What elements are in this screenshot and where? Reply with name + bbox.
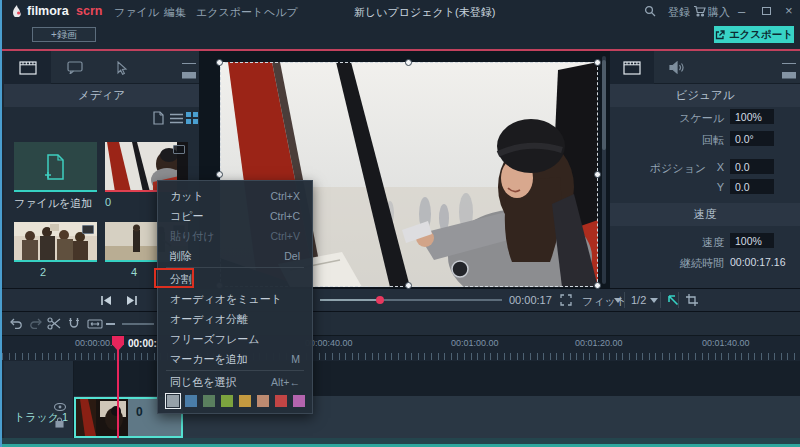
playhead-line[interactable]	[117, 336, 119, 438]
context-menu-item-detach-audio[interactable]: オーディオ分離	[158, 309, 312, 329]
position-label: ポジション	[630, 161, 706, 176]
tab-audio-properties[interactable]	[654, 51, 698, 84]
crop-icon[interactable]	[686, 294, 698, 306]
cart-icon[interactable]	[693, 5, 706, 17]
menu-export[interactable]: エクスポート	[196, 5, 263, 20]
ruler-label: 00:01:40.00	[702, 338, 750, 348]
split-scissors-icon[interactable]	[47, 317, 61, 330]
selection-handle[interactable]	[405, 59, 412, 66]
clip-badge-icon	[82, 225, 94, 234]
tab-cursor[interactable]	[98, 51, 145, 84]
seek-handle[interactable]	[376, 296, 384, 304]
menu-file[interactable]: ファイル	[114, 5, 159, 20]
selection-handle[interactable]	[216, 59, 223, 66]
context-menu-item-delete[interactable]: 削除 Del	[158, 246, 312, 266]
speed-input[interactable]: 100%	[730, 233, 774, 248]
menu-item-label: 貼り付け	[170, 229, 215, 244]
previous-frame-icon[interactable]	[100, 295, 112, 306]
properties-menu-icon[interactable]	[782, 63, 796, 72]
color-swatch-blue[interactable]	[185, 395, 197, 407]
media-menu-icon[interactable]	[182, 63, 196, 72]
media-panel-tabs	[4, 51, 199, 84]
selection-handle[interactable]	[594, 282, 601, 289]
search-icon[interactable]	[644, 5, 656, 17]
color-swatch-green[interactable]	[203, 395, 215, 407]
duration-value: 00:00:17.16	[730, 256, 785, 268]
register-button[interactable]: 登録	[668, 5, 690, 20]
seek-bar-progress	[320, 299, 380, 301]
record-button[interactable]: +録画	[32, 27, 96, 42]
add-file-underline	[14, 190, 97, 192]
close-button[interactable]: ×	[785, 3, 793, 18]
rotation-input[interactable]: 0.0°	[730, 131, 774, 146]
export-button[interactable]: エクスポート	[714, 26, 794, 43]
menu-item-shortcut: Ctrl+X	[271, 190, 300, 202]
maximize-button[interactable]	[762, 7, 771, 15]
color-swatch-gold[interactable]	[239, 395, 251, 407]
rotation-label: 回転	[642, 133, 724, 148]
add-file-tile[interactable]	[14, 142, 97, 192]
selection-handle[interactable]	[216, 171, 223, 178]
import-media-icon[interactable]	[152, 111, 165, 125]
timeline-zoom-slider[interactable]	[122, 323, 154, 325]
fit-dropdown-arrow-icon[interactable]	[614, 298, 622, 303]
tab-annotation[interactable]	[51, 51, 98, 84]
context-menu-item-mute-audio[interactable]: オーディオをミュート	[158, 289, 312, 309]
track-visibility-eye-icon[interactable]	[54, 403, 66, 411]
menu-item-shortcut: Ctrl+C	[270, 210, 300, 222]
menu-help[interactable]: ヘルプ	[264, 5, 298, 20]
menu-edit[interactable]: 編集	[164, 5, 186, 20]
media-item-2-underline	[14, 260, 97, 262]
preview-scrollbar-thumb[interactable]	[602, 60, 606, 150]
color-swatch-red[interactable]	[275, 395, 287, 407]
tab-media[interactable]	[4, 51, 51, 84]
speed-header-label: 速度	[694, 207, 717, 222]
media-item-2-label: 2	[40, 266, 46, 278]
fullscreen-icon[interactable]	[560, 294, 572, 306]
context-menu-item-add-marker[interactable]: マーカーを追加 M	[158, 349, 312, 369]
color-swatch-salmon[interactable]	[257, 395, 269, 407]
grid-view-icon[interactable]	[186, 112, 198, 124]
context-menu-item-freeze-frame[interactable]: フリーズフレーム	[158, 329, 312, 349]
redo-icon[interactable]	[29, 318, 42, 329]
color-swatch-purple[interactable]	[293, 395, 305, 407]
selection-handle[interactable]	[594, 171, 601, 178]
context-menu-item-select-same-color[interactable]: 同じ色を選択 Alt+←	[158, 372, 312, 392]
zoom-out-icon[interactable]	[106, 323, 115, 325]
list-view-icon[interactable]	[170, 113, 183, 124]
zoom-level-dropdown[interactable]: 1/2	[631, 294, 646, 306]
visual-section-header: ビジュアル	[610, 84, 800, 107]
export-icon	[715, 30, 725, 40]
position-y-input[interactable]: 0.0	[730, 179, 774, 194]
color-swatch-gray[interactable]	[167, 395, 179, 407]
timeline-clip-label: 0	[128, 399, 143, 436]
track-lock-icon[interactable]	[55, 417, 64, 428]
ruler-label: 00:01:20.00	[575, 338, 623, 348]
color-swatch-lime[interactable]	[221, 395, 233, 407]
title-bar: filmora scrn ファイル 編集 エクスポート ヘルプ 新しいプロジェク…	[2, 0, 800, 22]
divider	[678, 292, 679, 308]
magnet-icon[interactable]	[68, 317, 80, 330]
scale-input[interactable]: 100%	[730, 109, 774, 124]
media-item-2[interactable]	[14, 222, 97, 262]
project-title: 新しいプロジェクト(未登録)	[354, 5, 495, 20]
selection-handle[interactable]	[594, 59, 601, 66]
color-swatch-row	[158, 392, 312, 407]
interval-icon[interactable]	[87, 319, 103, 329]
zoom-dropdown-arrow-icon[interactable]	[650, 298, 658, 303]
menu-item-label: フリーズフレーム	[170, 332, 260, 347]
tab-video-properties[interactable]	[610, 51, 654, 84]
context-menu-item-cut[interactable]: カット Ctrl+X	[158, 186, 312, 206]
position-x-input[interactable]: 0.0	[730, 159, 774, 174]
menu-item-label: マーカーを追加	[170, 352, 248, 367]
position-y-label: Y	[712, 181, 724, 193]
undo-icon[interactable]	[10, 318, 23, 329]
selection-handle[interactable]	[405, 282, 412, 289]
menu-item-shortcut: Del	[284, 250, 300, 262]
purchase-button[interactable]: 購入	[708, 5, 730, 20]
context-menu-item-copy[interactable]: コピー Ctrl+C	[158, 206, 312, 226]
speed-label: 速度	[642, 235, 724, 250]
minimize-button[interactable]: –	[738, 4, 745, 19]
next-frame-icon[interactable]	[126, 295, 138, 306]
menu-separator	[166, 370, 304, 371]
